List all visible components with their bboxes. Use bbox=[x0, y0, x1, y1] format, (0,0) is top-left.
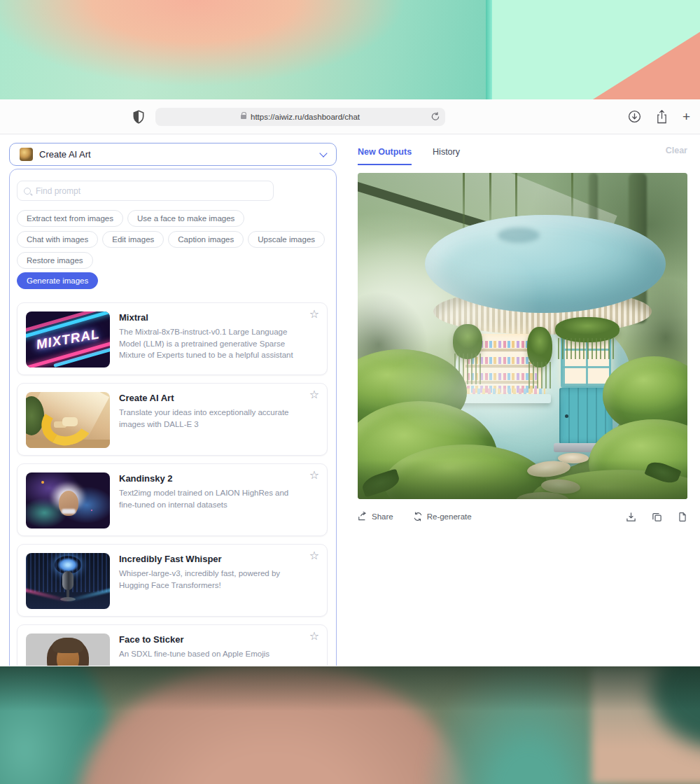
chip-generate-images-active[interactable]: Generate images bbox=[17, 272, 98, 289]
search-input[interactable] bbox=[36, 186, 267, 196]
model-title: Create AI Art bbox=[119, 393, 300, 403]
model-list: MIXTRAL Mixtral The Mixtral-8x7B-instruc… bbox=[17, 302, 329, 666]
copy-output-button[interactable] bbox=[652, 512, 662, 522]
model-title: Face to Sticker bbox=[119, 634, 270, 645]
cap-dimple bbox=[498, 227, 540, 243]
chip-edit-images[interactable]: Edit images bbox=[102, 231, 164, 248]
model-description: The Mixtral-8x7B-instruct-v0.1 Large Lan… bbox=[119, 326, 300, 361]
chip-restore-images[interactable]: Restore images bbox=[17, 252, 93, 269]
tab-history[interactable]: History bbox=[433, 147, 460, 165]
lock-icon bbox=[241, 115, 246, 119]
model-title: Incredibly Fast Whisper bbox=[119, 554, 300, 564]
model-description: Text2img model trained on LAION HighRes … bbox=[119, 487, 300, 510]
reload-icon[interactable] bbox=[430, 111, 440, 122]
category-chips: Extract text from images Use a face to m… bbox=[17, 210, 328, 269]
prompt-search[interactable] bbox=[17, 181, 274, 201]
download-output-button[interactable] bbox=[626, 512, 636, 522]
model-title: Kandinsky 2 bbox=[119, 473, 300, 484]
model-select-dropdown[interactable]: Create AI Art bbox=[9, 143, 337, 166]
share-label: Share bbox=[372, 512, 393, 521]
face-to-sticker-thumbnail bbox=[26, 634, 110, 666]
wallpaper-gradient-left bbox=[0, 0, 486, 99]
model-card-face-to-sticker[interactable]: Face to Sticker An SDXL fine-tune based … bbox=[17, 624, 328, 666]
file-output-button[interactable] bbox=[678, 512, 687, 522]
wallpaper-gradient-right bbox=[486, 0, 700, 99]
model-title: Mixtral bbox=[119, 312, 300, 323]
chip-caption-images[interactable]: Caption images bbox=[168, 231, 244, 248]
toolbar-buttons: + bbox=[628, 99, 690, 134]
output-tabs: New Outputs History bbox=[358, 147, 460, 165]
output-action-bar: Share Re-generate bbox=[358, 510, 687, 524]
model-browser-panel: Extract text from images Use a face to m… bbox=[9, 169, 337, 666]
search-icon bbox=[24, 188, 31, 195]
share-output-button[interactable]: Share bbox=[358, 512, 393, 522]
page-content: Create AI Art Extract text from images U… bbox=[0, 134, 700, 666]
model-description: Whisper-large-v3, incredibly fast, power… bbox=[119, 568, 300, 591]
einstein-mustache bbox=[62, 509, 76, 514]
chip-extract-text[interactable]: Extract text from images bbox=[17, 210, 123, 227]
model-description: Translate your ideas into exceptionally … bbox=[119, 407, 300, 430]
kandinsky-thumbnail bbox=[26, 472, 110, 528]
whisper-thumbnail bbox=[26, 553, 110, 609]
wallpaper-bottom bbox=[0, 666, 700, 784]
model-card-kandinsky[interactable]: Kandinsky 2 Text2img model trained on LA… bbox=[17, 463, 328, 536]
mixtral-neon-sign: MIXTRAL bbox=[26, 312, 110, 368]
regenerate-icon bbox=[413, 512, 423, 522]
regenerate-button[interactable]: Re-generate bbox=[413, 512, 472, 522]
browser-window: https://aiwiz.ru/dashboard/chat + Create… bbox=[0, 99, 700, 666]
create-ai-art-thumbnail bbox=[26, 392, 110, 448]
model-card-mixtral[interactable]: MIXTRAL Mixtral The Mixtral-8x7B-instruc… bbox=[17, 302, 328, 375]
model-select-thumbnail bbox=[20, 148, 33, 161]
plant-strands bbox=[558, 338, 617, 359]
downloads-button[interactable] bbox=[628, 110, 641, 123]
regenerate-label: Re-generate bbox=[427, 512, 472, 521]
microphone bbox=[62, 571, 74, 590]
wallpaper-top bbox=[0, 0, 700, 99]
favorite-star-icon[interactable]: ☆ bbox=[309, 470, 319, 481]
model-description: An SDXL fine-tune based on Apple Emojis bbox=[119, 648, 270, 660]
favorite-star-icon[interactable]: ☆ bbox=[309, 631, 319, 642]
sticker-fringe bbox=[52, 638, 83, 653]
share-icon bbox=[358, 512, 368, 522]
cosmic-sparkles bbox=[41, 481, 44, 484]
wallpaper-shadow bbox=[0, 666, 700, 784]
new-tab-button[interactable]: + bbox=[682, 110, 690, 123]
model-card-create-ai-art[interactable]: Create AI Art Translate your ideas into … bbox=[17, 383, 328, 456]
privacy-shield-icon[interactable] bbox=[133, 110, 144, 124]
model-card-whisper[interactable]: Incredibly Fast Whisper Whisper-large-v3… bbox=[17, 544, 328, 617]
generated-image-mushroom-shop[interactable] bbox=[358, 173, 687, 499]
chip-chat-images[interactable]: Chat with images bbox=[17, 231, 98, 248]
favorite-star-icon[interactable]: ☆ bbox=[309, 389, 319, 400]
chip-face-images[interactable]: Use a face to make images bbox=[127, 210, 244, 227]
model-select-label: Create AI Art bbox=[39, 149, 314, 160]
ground-shadow bbox=[358, 460, 687, 499]
tab-new-outputs[interactable]: New Outputs bbox=[358, 147, 412, 165]
favorite-star-icon[interactable]: ☆ bbox=[309, 550, 319, 561]
favorite-star-icon[interactable]: ☆ bbox=[309, 309, 319, 320]
mist bbox=[386, 341, 568, 439]
mixtral-thumbnail: MIXTRAL bbox=[26, 312, 110, 368]
chip-upscale-images[interactable]: Upscale images bbox=[248, 231, 325, 248]
browser-toolbar: https://aiwiz.ru/dashboard/chat + bbox=[0, 99, 700, 134]
share-button[interactable] bbox=[656, 110, 668, 124]
address-bar[interactable]: https://aiwiz.ru/dashboard/chat bbox=[155, 108, 445, 126]
chevron-down-icon bbox=[319, 149, 327, 157]
clear-button[interactable]: Clear bbox=[666, 146, 687, 155]
url-text: https://aiwiz.ru/dashboard/chat bbox=[251, 113, 360, 121]
pillows bbox=[62, 417, 78, 426]
door-knob bbox=[565, 414, 568, 418]
